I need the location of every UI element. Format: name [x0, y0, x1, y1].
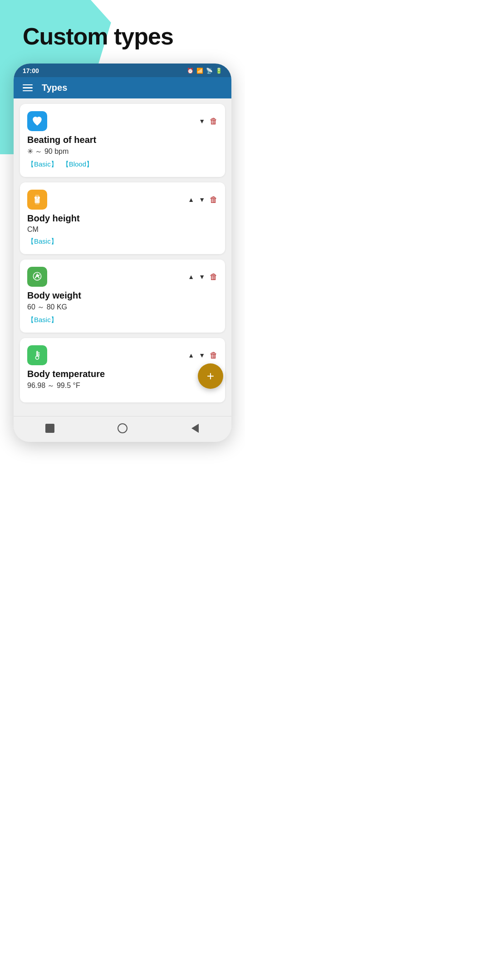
- wifi-icon: 📡: [206, 68, 213, 74]
- nav-recent-button[interactable]: [189, 422, 201, 435]
- card-header-heart: ▼ 🗑: [27, 111, 218, 131]
- card-title-height: Body height: [27, 213, 218, 224]
- delete-button-temperature[interactable]: 🗑: [210, 351, 218, 360]
- card-title-heart: Beating of heart: [27, 135, 218, 145]
- card-tags-heart: 【Basic】 【Blood】: [27, 160, 218, 169]
- move-up-button-weight[interactable]: ▲: [188, 273, 194, 280]
- hamburger-line-2: [23, 87, 33, 88]
- type-card-temperature: ▲ ▼ 🗑 Body temperature 96.98 ～ 99.5 °F: [20, 338, 225, 402]
- nav-square-icon: [45, 424, 54, 433]
- card-actions-height: ▲ ▼ 🗑: [188, 195, 218, 205]
- type-card-heart: ▼ 🗑 Beating of heart ✳ ～ 90 bpm 【Basic】 …: [20, 104, 225, 177]
- signal-icon: 📶: [196, 68, 203, 74]
- hamburger-menu-button[interactable]: [23, 84, 33, 92]
- height-icon: ↕: [27, 190, 47, 210]
- height-svg: ↕: [31, 194, 43, 206]
- heart-svg: [31, 115, 43, 127]
- svg-point-7: [36, 275, 38, 277]
- content-area: ▼ 🗑 Beating of heart ✳ ～ 90 bpm 【Basic】 …: [14, 98, 231, 416]
- battery-icon: 🔋: [216, 68, 222, 74]
- hamburger-line-3: [23, 90, 33, 92]
- tag-basic-heart: 【Basic】: [27, 160, 58, 169]
- card-actions-weight: ▲ ▼ 🗑: [188, 272, 218, 282]
- app-bar: Types: [14, 77, 231, 98]
- svg-point-2: [34, 196, 37, 199]
- weight-icon: [27, 267, 47, 287]
- card-tags-height: 【Basic】: [27, 237, 218, 246]
- status-icons: ⏰ 📶 📡 🔋: [187, 68, 222, 74]
- alarm-icon: ⏰: [187, 68, 194, 74]
- move-up-button-temperature[interactable]: ▲: [188, 352, 194, 359]
- card-actions-heart: ▼ 🗑: [199, 117, 218, 126]
- tag-basic-weight: 【Basic】: [27, 316, 58, 324]
- app-bar-title: Types: [42, 83, 67, 93]
- page-title-area: Custom types: [0, 0, 245, 59]
- hamburger-line-1: [23, 84, 33, 86]
- card-value-weight: 60 ～ 80 KG: [27, 303, 218, 312]
- card-title-temperature: Body temperature: [27, 369, 218, 379]
- svg-rect-4: [35, 199, 40, 203]
- add-icon: +: [207, 369, 214, 383]
- card-header-weight: ▲ ▼ 🗑: [27, 267, 218, 287]
- svg-point-13: [36, 357, 38, 359]
- nav-circle-icon: [118, 423, 127, 433]
- move-up-button-height[interactable]: ▲: [188, 196, 194, 203]
- add-type-fab[interactable]: +: [198, 363, 223, 389]
- card-header-temperature: ▲ ▼ 🗑: [27, 345, 218, 365]
- card-actions-temperature: ▲ ▼ 🗑: [188, 351, 218, 360]
- card-value-heart: ✳ ～ 90 bpm: [27, 147, 218, 157]
- temp-svg: [31, 349, 43, 361]
- bottom-nav: [14, 416, 231, 442]
- move-down-button-heart[interactable]: ▼: [199, 118, 205, 125]
- move-down-button-height[interactable]: ▼: [199, 196, 205, 203]
- tag-blood-heart: 【Blood】: [62, 160, 93, 169]
- status-bar: 17:00 ⏰ 📶 📡 🔋: [14, 64, 231, 77]
- delete-button-height[interactable]: 🗑: [210, 195, 218, 205]
- weight-svg: [31, 271, 43, 283]
- nav-back-button[interactable]: [44, 422, 56, 435]
- nav-home-button[interactable]: [116, 422, 129, 435]
- heart-icon: [27, 111, 47, 131]
- type-card-weight: ▲ ▼ 🗑 Body weight 60 ～ 80 KG 【Basic】: [20, 260, 225, 333]
- page-title: Custom types: [23, 23, 222, 50]
- card-value-height: CM: [27, 225, 218, 234]
- nav-back-icon: [191, 424, 199, 433]
- move-down-button-weight[interactable]: ▼: [199, 273, 205, 280]
- delete-button-heart[interactable]: 🗑: [210, 117, 218, 126]
- temperature-icon: [27, 345, 47, 365]
- card-title-weight: Body weight: [27, 290, 218, 301]
- phone-frame: 17:00 ⏰ 📶 📡 🔋 Types: [14, 64, 231, 442]
- move-down-button-temperature[interactable]: ▼: [199, 352, 205, 359]
- delete-button-weight[interactable]: 🗑: [210, 272, 218, 282]
- card-header-height: ↕ ▲ ▼ 🗑: [27, 190, 218, 210]
- type-card-height: ↕ ▲ ▼ 🗑 Body height CM 【Basic】: [20, 182, 225, 254]
- status-time: 17:00: [23, 67, 39, 74]
- svg-point-3: [38, 196, 40, 199]
- tag-basic-height: 【Basic】: [27, 237, 58, 246]
- card-tags-weight: 【Basic】: [27, 316, 218, 324]
- card-value-temperature: 96.98 ～ 99.5 °F: [27, 381, 218, 391]
